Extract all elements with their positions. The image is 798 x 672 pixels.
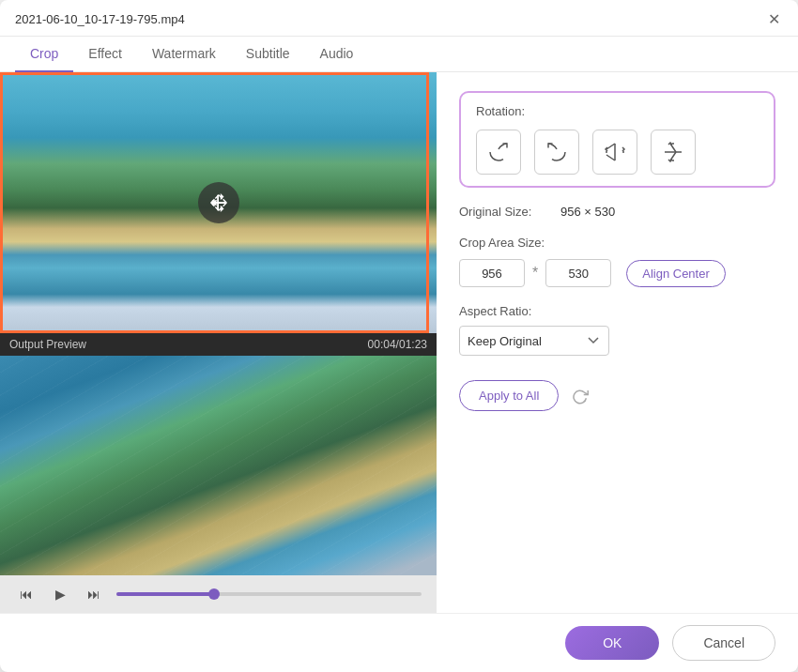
window-title: 2021-06-10_10-17-19-795.mp4	[15, 12, 185, 26]
tab-effect[interactable]: Effect	[73, 37, 137, 72]
video-frame-top	[0, 72, 437, 333]
preview-label-bar: Output Preview 00:04/01:23	[0, 333, 437, 356]
right-panel: Rotation:	[437, 72, 798, 613]
output-preview-label: Output Preview	[9, 338, 86, 351]
crop-area-inputs: * Align Center	[459, 259, 775, 287]
crop-area-label: Crop Area Size:	[459, 236, 775, 250]
align-center-button[interactable]: Align Center	[626, 260, 726, 287]
left-panel: Output Preview 00:04/01:23 ⏮ ▶ ⏭	[0, 72, 437, 613]
tab-subtitle[interactable]: Subtitle	[231, 37, 305, 72]
main-window: 2021-06-10_10-17-19-795.mp4 ✕ Crop Effec…	[0, 0, 798, 672]
original-size-value: 956 × 530	[560, 205, 615, 219]
flip-vertical-button[interactable]	[651, 130, 696, 175]
rotate-ccw-button[interactable]	[534, 130, 579, 175]
crop-width-input[interactable]	[459, 259, 525, 287]
video-frame-bottom	[0, 356, 437, 575]
tab-watermark[interactable]: Watermark	[137, 37, 231, 72]
rotate-cw-button[interactable]	[476, 130, 521, 175]
refresh-icon[interactable]	[570, 386, 591, 406]
rotation-buttons	[476, 130, 759, 175]
top-video-preview	[0, 72, 437, 333]
apply-to-all-button[interactable]: Apply to All	[459, 380, 559, 411]
original-size-label: Original Size:	[459, 205, 553, 219]
titlebar: 2021-06-10_10-17-19-795.mp4 ✕	[0, 0, 798, 37]
crop-move-handle[interactable]	[198, 182, 239, 223]
aspect-ratio-label: Aspect Ratio:	[459, 304, 775, 318]
rotation-section: Rotation:	[459, 91, 775, 188]
skip-forward-button[interactable]: ⏭	[83, 583, 105, 605]
bottom-video-preview	[0, 356, 437, 575]
progress-thumb[interactable]	[208, 588, 220, 600]
original-size-row: Original Size: 956 × 530	[459, 205, 775, 219]
progress-fill	[116, 592, 214, 596]
crop-area-section: Crop Area Size: * Align Center	[459, 236, 775, 287]
crop-separator: *	[532, 265, 538, 282]
tab-bar: Crop Effect Watermark Subtitle Audio	[0, 37, 798, 72]
main-content: Output Preview 00:04/01:23 ⏮ ▶ ⏭	[0, 72, 798, 613]
skip-back-button[interactable]: ⏮	[15, 583, 38, 605]
close-button[interactable]: ✕	[764, 9, 783, 28]
cancel-button[interactable]: Cancel	[672, 625, 775, 661]
bottom-bar: OK Cancel	[0, 613, 798, 672]
aspect-ratio-select[interactable]: Keep Original 16:9 4:3 1:1 9:16 Custom	[459, 326, 609, 356]
playback-controls: ⏮ ▶ ⏭	[0, 575, 437, 613]
tab-crop[interactable]: Crop	[15, 37, 73, 72]
progress-bar[interactable]	[116, 592, 422, 596]
play-button[interactable]: ▶	[49, 583, 71, 605]
time-display: 00:04/01:23	[368, 338, 427, 351]
crop-height-input[interactable]	[545, 259, 611, 287]
tab-audio[interactable]: Audio	[305, 37, 369, 72]
flip-horizontal-button[interactable]	[592, 130, 637, 175]
aspect-ratio-section: Aspect Ratio: Keep Original 16:9 4:3 1:1…	[459, 304, 775, 356]
apply-row: Apply to All	[459, 380, 775, 411]
ok-button[interactable]: OK	[565, 626, 659, 660]
rotation-label: Rotation:	[476, 104, 759, 118]
